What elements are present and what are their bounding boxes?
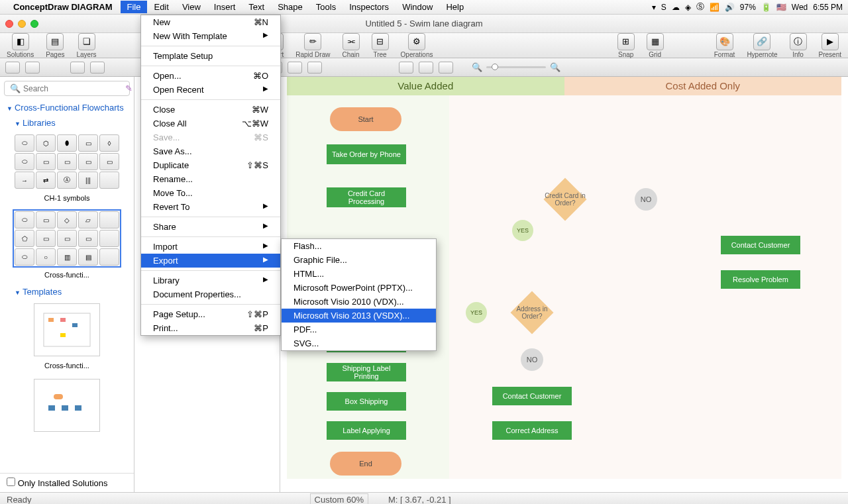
node-yes-1[interactable]: YES [512,220,533,241]
node-no-1[interactable]: NO [635,188,657,211]
node-ship-label[interactable]: Shipping Label Printing [327,363,406,381]
file-menu-template-setup[interactable]: Template Setup [141,49,280,63]
libraries-header[interactable]: ▼Libraries [0,115,134,130]
node-start[interactable]: Start [330,107,401,131]
file-menu-close-all[interactable]: Close All⌥⌘W [141,117,280,130]
menu-view[interactable]: View [176,1,207,13]
present-button[interactable]: ▶ [822,33,839,50]
minimize-window[interactable] [18,20,26,28]
file-menu-save-as-[interactable]: Save As... [141,144,280,158]
battery-pct[interactable]: 97% [740,3,756,12]
snap-button[interactable]: ⊞ [617,33,635,50]
export-flash-[interactable]: Flash... [282,239,436,253]
file-menu-new[interactable]: New⌘N [141,15,280,29]
node-box[interactable]: Box Shipping [327,392,406,411]
flag-icon[interactable]: 🇺🇸 [776,3,786,12]
file-menu-move-to-[interactable]: Move To... [141,186,280,200]
menu-edit[interactable]: Edit [147,1,175,13]
node-yes-2[interactable]: YES [466,302,487,323]
zoom-in-icon2[interactable]: 🔍 [550,62,560,72]
grid-button[interactable]: ▦ [647,33,664,50]
menu-insert[interactable]: Insert [207,1,242,13]
menu-tools[interactable]: Tools [309,1,343,13]
clock-day[interactable]: Wed [792,3,808,12]
search-input[interactable] [23,84,123,93]
app-name[interactable]: ConceptDraw DIAGRAM [13,2,113,12]
pointer-tool[interactable] [5,62,20,74]
wifi-icon[interactable]: 📶 [710,3,719,12]
node-label-applying[interactable]: Label Applying [327,421,406,440]
section-cross-functional[interactable]: ▼Cross-Functional Flowcharts [0,100,134,115]
pages-button[interactable]: ▤ [46,33,64,50]
file-menu-rename-[interactable]: Rename... [141,172,280,186]
clock-time[interactable]: 6:55 PM [813,3,843,12]
ellipse-tool[interactable] [90,62,105,74]
cloud-icon[interactable]: ☁ [672,3,680,12]
tree-button[interactable]: ⊟ [372,33,389,50]
file-menu-save-[interactable]: Save...⌘S [141,130,280,144]
templates-header[interactable]: ▼Templates [0,284,134,299]
file-menu-open-[interactable]: Open...⌘O [141,69,280,83]
zoom-window[interactable] [30,20,38,28]
node-no-2[interactable]: NO [521,348,543,371]
menu-file[interactable]: File [121,1,148,13]
export-microsoft-visio-2013-vsdx-[interactable]: Microsoft Visio 2013 (VSDX)... [282,309,436,323]
zoom-select[interactable]: Custom 60% [310,493,368,504]
node-end[interactable]: End [330,452,401,476]
volume-icon[interactable]: 🔊 [725,3,735,12]
template-1[interactable] [34,303,100,356]
only-installed-checkbox[interactable]: Only Installed Solutions [7,478,107,488]
export-graphic-file-[interactable]: Graphic File... [282,253,436,267]
diamond-icon[interactable]: ◈ [685,3,691,12]
file-menu-close[interactable]: Close⌘W [141,103,280,117]
arc-tool[interactable] [288,62,302,74]
layers-button[interactable]: ❏ [78,33,95,50]
file-menu-export[interactable]: Export▶ [141,254,280,268]
file-menu-document-properties-[interactable]: Document Properties... [141,287,280,301]
s-icon[interactable]: S [661,3,666,12]
close-window[interactable] [5,20,13,28]
file-menu-import[interactable]: Import▶ [141,240,280,254]
file-menu-page-setup-[interactable]: Page Setup...⇧⌘P [141,307,280,321]
node-resolve-problem[interactable]: Resolve Problem [721,270,800,289]
node-cc-processing[interactable]: Credit Card Processing [327,187,406,207]
zoom-slider[interactable]: 🔍 🔍 [472,62,560,72]
battery-icon[interactable]: 🔋 [761,3,771,12]
format-button[interactable]: 🎨 [716,33,733,50]
node-cc-decision[interactable]: Credit Card in Order? [545,179,585,219]
rapid-draw-button[interactable]: ✏ [304,33,321,50]
export-svg-[interactable]: SVG... [282,336,436,350]
file-menu-duplicate[interactable]: Duplicate⇧⌘S [141,158,280,172]
menu-window[interactable]: Window [396,1,439,13]
chain-button[interactable]: ⫘ [343,33,360,50]
file-menu-library[interactable]: Library▶ [141,274,280,287]
library-ch1[interactable]: ⬭⬡⬮▭◊ ⬭▭▭▭▭ →⇄Ⓐ||| [15,134,119,189]
menu-shape[interactable]: Shape [271,1,309,13]
vlc-icon[interactable]: ▾ [652,3,656,12]
export-microsoft-powerpoint-pptx-[interactable]: Microsoft PowerPoint (PPTX)... [282,281,436,295]
export-html-[interactable]: HTML... [282,267,436,281]
node-contact-customer-2[interactable]: Contact Customer [492,387,572,405]
zoom-in-icon[interactable] [399,62,413,74]
text-tool[interactable] [307,62,322,74]
file-menu-new-with-template[interactable]: New With Template▶ [141,29,280,43]
file-menu-open-recent[interactable]: Open Recent▶ [141,83,280,97]
template-2[interactable] [34,379,100,432]
library-cross-functional[interactable]: ⬭▭◇▱ ⬠▭▭▭ ⬭○▥▤ [15,211,119,266]
search-box[interactable]: 🔍 ✎ [4,81,130,96]
menu-inspectors[interactable]: Inspectors [343,1,396,13]
file-menu-share[interactable]: Share▶ [141,220,280,234]
export-pdf-[interactable]: PDF... [282,323,436,336]
solutions-button[interactable]: ◧ [12,33,29,50]
skype-icon[interactable]: Ⓢ [696,1,704,13]
node-take-order[interactable]: Take Order by Phone [327,144,406,164]
node-contact-customer[interactable]: Contact Customer [721,236,800,254]
wand-icon[interactable]: ✎ [125,83,132,93]
node-correct-address[interactable]: Correct Address [492,421,572,440]
zoom-out-icon[interactable]: 🔍 [472,62,482,72]
menu-help[interactable]: Help [439,1,470,13]
hypernote-button[interactable]: 🔗 [753,33,770,50]
info-button[interactable]: ⓘ [790,33,807,50]
menu-text[interactable]: Text [242,1,271,13]
eyedropper-tool[interactable] [439,62,453,74]
